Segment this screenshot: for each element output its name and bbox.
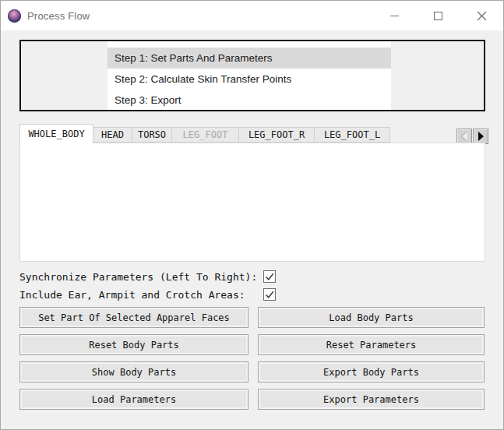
close-icon bbox=[477, 11, 487, 21]
minimize-icon bbox=[390, 16, 399, 16]
step-item-2[interactable]: Step 2: Calculate Skin Transfer Points bbox=[107, 69, 391, 90]
maximize-icon bbox=[434, 12, 442, 20]
tab-scroll-controls bbox=[456, 129, 488, 144]
sync-parameters-label: Synchronize Parameters (Left To Right): bbox=[19, 271, 257, 283]
tab-leg-foot-r[interactable]: LEG_FOOT_R bbox=[238, 127, 315, 143]
process-steps-box: Step 1: Set Parts And Parameters Step 2:… bbox=[19, 40, 485, 111]
window-title: Process Flow bbox=[27, 10, 90, 22]
tab-head[interactable]: HEAD bbox=[93, 127, 132, 143]
set-part-of-selected-apparel-faces-button[interactable]: Set Part Of Selected Apparel Faces bbox=[19, 307, 248, 328]
export-parameters-button[interactable]: Export Parameters bbox=[258, 389, 485, 410]
export-body-parts-button[interactable]: Export Body Parts bbox=[258, 361, 485, 382]
tab-leg-foot-l[interactable]: LEG_FOOT_L bbox=[314, 127, 390, 143]
step-item-3[interactable]: Step 3: Export bbox=[107, 90, 391, 110]
checkmark-icon bbox=[264, 271, 275, 282]
step-item-1[interactable]: Step 1: Set Parts And Parameters bbox=[107, 48, 391, 69]
steps-list: Step 1: Set Parts And Parameters Step 2:… bbox=[107, 41, 391, 110]
tab-scroll-left-button[interactable] bbox=[456, 129, 472, 144]
process-flow-window: Process Flow Step 1: Set Parts And Param… bbox=[0, 0, 504, 430]
show-body-parts-button[interactable]: Show Body Parts bbox=[19, 361, 248, 382]
body-parts-tabbar: WHOLE_BODY HEAD TORSO LEG_FOOT LEG_FOOT_… bbox=[19, 124, 485, 143]
load-parameters-button[interactable]: Load Parameters bbox=[19, 389, 248, 410]
title-bar: Process Flow bbox=[1, 1, 503, 30]
right-arrow-icon bbox=[478, 132, 484, 141]
sync-parameters-row: Synchronize Parameters (Left To Right): bbox=[19, 270, 257, 284]
tab-torso[interactable]: TORSO bbox=[132, 127, 172, 143]
minimize-button[interactable] bbox=[372, 1, 416, 30]
load-body-parts-button[interactable]: Load Body Parts bbox=[258, 307, 485, 328]
tab-whole-body[interactable]: WHOLE_BODY bbox=[19, 124, 93, 143]
tab-leg-foot: LEG_FOOT bbox=[171, 127, 239, 143]
reset-body-parts-button[interactable]: Reset Body Parts bbox=[19, 334, 248, 355]
include-areas-row: Include Ear, Armpit and Crotch Areas: bbox=[19, 287, 245, 301]
include-areas-checkbox[interactable] bbox=[263, 288, 276, 301]
checkmark-icon bbox=[264, 289, 275, 300]
sync-parameters-checkbox[interactable] bbox=[263, 270, 276, 283]
window-controls bbox=[372, 1, 503, 30]
include-areas-label: Include Ear, Armpit and Crotch Areas: bbox=[19, 289, 245, 301]
tab-scroll-right-button[interactable] bbox=[473, 129, 488, 144]
tab-content-panel bbox=[19, 143, 485, 262]
maximize-button[interactable] bbox=[416, 1, 460, 30]
close-button[interactable] bbox=[460, 1, 503, 30]
reset-parameters-button[interactable]: Reset Parameters bbox=[258, 334, 485, 355]
left-arrow-icon bbox=[462, 132, 467, 141]
app-avatar-icon bbox=[8, 9, 21, 23]
